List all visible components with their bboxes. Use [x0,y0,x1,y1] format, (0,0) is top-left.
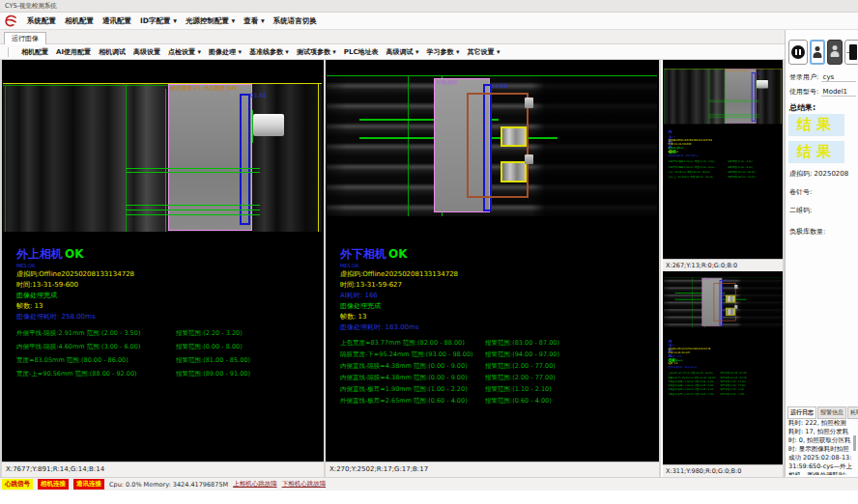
tool-camera-debug[interactable]: 相机调试 [99,47,126,57]
mini-preview-lower[interactable]: AI检测框 23.80 外下相机OK MES:OK 虚拟码:Offline202… [663,271,783,464]
green-vertical-line-1 [408,75,409,216]
camera-image-lower[interactable]: AI检测框 23.80 [327,75,657,216]
tool-other-settings[interactable]: 其它设置 ▾ [467,47,500,57]
camera-result-title: 外上相机OK [16,247,318,263]
operator-icon [833,45,838,50]
tab-timing-info[interactable]: 耗时信息 [847,406,858,419]
tool-baseline-params[interactable]: 基准线参数 ▾ [249,47,289,57]
menu-language-switch[interactable]: 系统语言切换 [273,16,317,26]
metal-clip-1 [525,98,533,107]
tool-advanced-settings[interactable]: 高级设置 [133,47,160,57]
menu-system-config[interactable]: 系统配置 [27,16,56,26]
barcode-text: 虚拟码:Offline20250208133134728 [340,269,653,280]
camera-image-upper[interactable]: 静态阈值:93, 动态阈值:100 93.88 [663,69,782,124]
operator-button[interactable] [827,40,843,65]
metal-clip-2 [734,305,737,309]
model-field[interactable]: Model1 [821,88,856,97]
mini-preview-upper[interactable]: 静态阈值:93, 动态阈值:100 93.88 外上相机OK [663,60,783,259]
tab-run-log[interactable]: 运行日志 [787,406,816,419]
tab-run-image[interactable]: 运行图像 [4,32,46,45]
menu-light-config[interactable]: 光源控制配置 ▾ [186,16,235,26]
menu-comm-config[interactable]: 通讯配置 [102,16,131,26]
window-title: CYS-视觉检测系统 [5,2,57,10]
blue-value-text: 23.80 [723,279,729,282]
green-hline-1 [126,168,260,169]
measurement-row: 宽度=83.05mm 范围:(80.00 - 86.00)报警范围:(81.00… [16,353,318,367]
pixel-coordinate-status-lower: X:270;Y:2502;R:17;G:17;B:17 [326,462,659,477]
camera-image-upper[interactable]: 静态阈值:93, 动态阈值:100 93.88 [3,83,322,232]
comm-connection-badge: 通讯连接 [73,479,104,490]
user-login-button[interactable] [810,40,825,65]
camera-result-title: 外下相机OK [340,247,653,263]
tab-connector-part [253,114,283,136]
measurement-row: 内侧直线-隔膜=4.38mm 范围:(0.00 - 9.00)报警范围:(2.0… [340,360,653,372]
pin-number-label: 卷针号: [789,187,812,197]
result-text-block-lower: 外下相机OK MES:OK 虚拟码:Offline202502081331347… [340,247,653,406]
sidebar-button-row: → [788,40,858,65]
result-ok-badge: OK [65,247,84,261]
lower-camera-fault-link[interactable]: 下相机心跳故障 [282,480,327,489]
tool-image-processing[interactable]: 图像处理 ▾ [209,47,242,57]
measurement-list: 外侧平线-隔膜:2.91mm 范围:(2.00 - 3.50)报警范围:(2.2… [16,326,318,380]
measurement-row: 隔膜宽度-下=95.24mm 范围:(93.00 - 98.00)报警范围:(9… [340,349,653,360]
menu-camera-config[interactable]: 相机配置 [65,16,94,26]
yellow-right-line [318,83,319,232]
process-done-text: 图像处理完成 [340,301,653,312]
measurement-row: 内侧平线-隔膜:4.60mm 范围:(3.00 - 6.00)报警范围:(0.0… [16,340,318,353]
frame-count-text: 帧数: 13 [16,301,318,312]
tool-spot-check[interactable]: 点检设置 ▾ [168,47,201,57]
camera-image-lower[interactable]: AI检测框 23.80 [663,277,782,328]
threshold-overlay-text: 静态阈值:93, 动态阈值:100 [171,85,238,92]
upper-camera-fault-link[interactable]: 上相机心跳故障 [233,480,277,489]
mini-status-upper: X:267;Y:13;R:0;G:0;B:0 [663,259,783,271]
camera-view-lower[interactable]: AI检测框 23.80 外下相机OK MES:OK 虚拟码:Offline202… [326,60,659,462]
tool-ai-config[interactable]: AI使用配置 [56,47,91,57]
camera-view-upper[interactable]: 静态阈值:93, 动态阈值:100 93.88 外上相机OK [2,60,324,462]
login-user-row: 登录用户: cys [789,72,856,82]
tab-connector-part [757,80,768,89]
mini-status-lower: X:311;Y:980;R:0;G:0;B:0 [663,464,783,477]
total-result-label: 总结果: [789,102,815,113]
measurement-list: 上包宽度=83.77mm 范围:(82.00 - 88.00)报警范围:(83.… [340,337,653,406]
pause-icon [791,45,805,59]
right-sidebar: → 登录用户: cys 使用型号: Model1 总结果: 结果 结果 虚拟码:… [785,30,858,477]
result-display-upper: 结果 [788,114,844,136]
measurement-row: 内侧直线-极耳=1.90mm 范围:(1.00 - 2.20)报警范围:(1.1… [340,383,653,395]
green-top-line [3,85,169,86]
green-hline-3 [126,205,260,206]
model-row: 使用型号: Model1 [789,87,856,97]
virtual-code-row: 虚拟码: 20250208 [789,169,848,179]
negative-stock-label: 负极库数量: [789,227,825,237]
mini-preview-column: 静态阈值:93, 动态阈值:100 93.88 外上相机OK [661,60,783,477]
app-window: CYS-视觉检测系统 系统配置 相机配置 通讯配置 ID字配置 ▾ 光源控制配置… [0,0,858,504]
measurement-row: 宽度-上=90.56mm 范围:(88.00 - 92.00)报警范围:(89.… [16,367,318,380]
menu-view[interactable]: 查看 ▾ [243,16,264,26]
log-text-area: 耗时: 222, 拍照检测耗时: 17, 拍照分发耗时: 0, 拍照获取分区耗时… [788,419,852,475]
tool-camera-config[interactable]: 相机配置 [21,47,48,57]
log-tab-bar: 运行日志 报警信息 耗时信息 [787,406,858,419]
yellow-reference-line [3,83,322,84]
threshold-overlay-text: 静态阈值:93, 动态阈值:100 [726,70,751,72]
tool-plc-address[interactable]: PLC地址表 [344,47,379,57]
menu-id-config[interactable]: ID字配置 ▾ [140,16,177,26]
green-hline-2 [126,172,260,173]
camera-connection-badge: 相机连接 [38,479,69,490]
tab-yellow-rect-1 [500,126,527,148]
time-text: 时间:13-31-59-627 [340,280,653,291]
measurement-row: 外侧平线-隔膜:2.91mm 范围:(2.00 - 3.50)报警范围:(2.2… [16,326,318,340]
login-user-field[interactable]: cys [821,73,856,82]
barcode-text: 虚拟码:Offline20250208133134728 [16,269,318,280]
tab-alarm-info[interactable]: 报警信息 [817,406,846,419]
tool-test-params[interactable]: 测试项参数 ▾ [297,47,336,57]
tool-learning-params[interactable]: 学习参数 ▾ [427,47,460,57]
log-scrollbar[interactable] [853,435,856,451]
tab-yellow-rect-1 [726,295,735,303]
result-ok-badge: OK [388,247,408,261]
exit-button[interactable]: → [844,40,858,65]
ai-time-text: AI耗时: 166 [340,291,653,301]
metal-clip-2 [525,154,533,164]
tool-advanced-debug[interactable]: 高级调试 ▾ [386,47,419,57]
qr-code-label: 二维码: [789,206,812,215]
toolbar-grip [8,47,12,57]
pause-button[interactable] [788,40,808,65]
